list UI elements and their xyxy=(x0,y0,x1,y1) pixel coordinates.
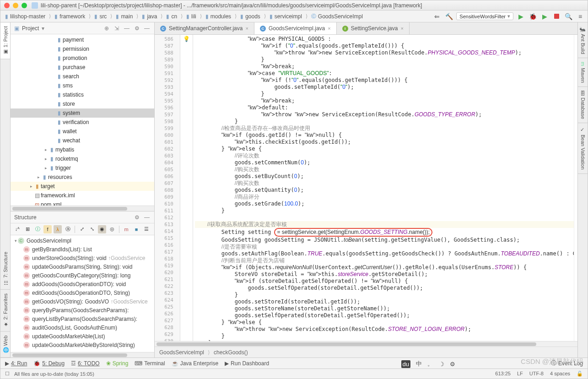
ant-tool-tab[interactable]: 🐜Ant Build xyxy=(578,22,588,58)
status-sidebar-icon[interactable]: ☐ xyxy=(5,371,10,377)
minimize-window-icon[interactable] xyxy=(13,3,18,8)
web-tool-tab[interactable]: 🌐Web xyxy=(0,332,10,357)
breadcrumb-item[interactable]: ▮java xyxy=(140,13,164,20)
tree-row[interactable]: ▸▮ rocketmq xyxy=(11,154,154,163)
caret-position[interactable]: 613:25 xyxy=(495,371,511,377)
tree-row[interactable]: ▸▮ resources xyxy=(11,173,154,182)
sort-visibility-button[interactable]: ⊞ xyxy=(23,225,32,233)
tree-row[interactable]: ▮ verification xyxy=(11,118,154,127)
show-fields-button[interactable]: f xyxy=(43,225,52,233)
tree-row[interactable]: ▮ payment xyxy=(11,35,154,44)
gear-icon[interactable]: ⚙ xyxy=(133,25,140,32)
debug-icon[interactable]: 🐞 xyxy=(528,12,537,21)
breadcrumb-class[interactable]: GoodsServiceImpl xyxy=(159,349,204,356)
structure-method-row[interactable]: maddGoods(GoodsOperationDTO): void xyxy=(11,280,154,288)
readonly-lock-icon[interactable]: 🔓 xyxy=(577,371,583,377)
run-dashboard-button[interactable]: ▶ Run Dashboard xyxy=(225,360,269,367)
editor-tab[interactable]: CSettingManagerController.java× xyxy=(155,22,254,34)
breadcrumb-item[interactable]: ▮lilishop-master xyxy=(3,13,53,20)
tree-row[interactable]: ▮ sms xyxy=(11,81,154,90)
filter-m-button[interactable]: m xyxy=(122,225,130,233)
breadcrumb-item[interactable]: ▮framework xyxy=(53,13,92,20)
tree-row[interactable]: ▮ statistics xyxy=(11,90,154,99)
breadcrumb-item[interactable]: ▮modules xyxy=(204,13,238,20)
project-hscroll[interactable] xyxy=(11,206,154,211)
structure-method-row[interactable]: mgetGoodsCountByCategory(String): long xyxy=(11,271,154,280)
bean-validation-tab[interactable]: ✓Bean Validation xyxy=(578,123,588,173)
file-encoding[interactable]: UTF-8 xyxy=(529,371,544,377)
structure-method-row[interactable]: mupdateGoodsParams(String, String): void xyxy=(11,262,154,271)
run-coverage-icon[interactable]: ▶ xyxy=(540,12,549,21)
project-dropdown-icon[interactable]: ▾ xyxy=(42,25,44,32)
ime-gear-icon[interactable]: ⚙ xyxy=(450,361,455,368)
expand-icon[interactable]: ⇲ xyxy=(113,25,120,32)
editor-tab[interactable]: ISettingService.java× xyxy=(337,22,410,34)
todo-tool-button[interactable]: ☲ 6: TODO xyxy=(71,360,100,367)
structure-method-row[interactable]: meditGoods(GoodsOperationDTO, String) xyxy=(11,288,154,297)
collapse-icon[interactable]: — xyxy=(123,25,130,32)
maximize-window-icon[interactable] xyxy=(22,3,27,8)
structure-method-row[interactable]: mgetByBrandIds(List): List xyxy=(11,245,154,254)
debug-tool-button[interactable]: 🐞 5: Debug xyxy=(33,360,65,367)
structure-method-row[interactable]: mupdateGoodsMarketAbleByStoreId(String) xyxy=(11,341,154,349)
database-tool-tab[interactable]: 🗄Database xyxy=(578,87,588,123)
ime-lang[interactable]: 中 xyxy=(416,360,422,368)
structure-list[interactable]: ▾CGoodsServiceImpl mgetByBrandIds(List):… xyxy=(11,235,154,352)
build-icon[interactable]: 🔨 xyxy=(444,12,453,21)
structure-method-row[interactable]: mgetGoodsVO(String): GoodsVO ↑GoodsServi… xyxy=(11,297,154,306)
tree-row[interactable]: ▮ search xyxy=(11,72,154,81)
structure-class-row[interactable]: ▾CGoodsServiceImpl xyxy=(11,236,154,245)
search-icon[interactable]: 🔍 xyxy=(564,12,573,21)
project-tree[interactable]: ▮ payment▮ permission▮ promotion▮ purcha… xyxy=(11,34,154,206)
breadcrumb-item[interactable]: ▮goods xyxy=(238,13,268,20)
hide-pane-icon[interactable]: — xyxy=(143,25,151,32)
tree-row[interactable]: ▮ promotion xyxy=(11,54,154,63)
show-inherited-button[interactable]: Ⓘ xyxy=(33,225,42,233)
maven-tool-tab[interactable]: mMaven xyxy=(578,58,588,87)
breadcrumb-item[interactable]: ▮lili xyxy=(184,13,204,20)
tree-row[interactable]: ▮ wallet xyxy=(11,127,154,136)
indent-setting[interactable]: 4 spaces xyxy=(550,371,570,377)
tree-row[interactable]: ▮ system xyxy=(11,108,154,118)
tree-row[interactable]: ▮ wechat xyxy=(11,136,154,145)
tree-row[interactable]: ▸▮ trigger xyxy=(11,163,154,173)
structure-tool-tab[interactable]: ☷7: Structure xyxy=(0,248,10,290)
favorites-tool-tab[interactable]: ★2: Favorites xyxy=(0,290,10,331)
tree-row[interactable]: ▸▮ mybatis xyxy=(11,145,154,154)
close-tab-icon[interactable]: × xyxy=(245,26,248,31)
javaee-tool-button[interactable]: ☕ Java Enterprise xyxy=(172,360,218,367)
run-icon[interactable]: ▶ xyxy=(516,12,525,21)
tree-row[interactable]: m pom.xml xyxy=(11,200,154,206)
breadcrumb-item[interactable]: ▮main xyxy=(114,13,140,20)
terminal-tool-button[interactable]: ⌨ Terminal xyxy=(135,360,165,367)
structure-gear-icon[interactable]: ⚙ xyxy=(133,214,140,221)
nav-back-icon[interactable]: ⇐ xyxy=(432,12,442,21)
ime-punct[interactable]: 。 xyxy=(427,360,433,368)
tree-row[interactable]: ▸▮ target xyxy=(11,182,154,191)
editor-tab[interactable]: CGoodsServiceImpl.java× xyxy=(254,22,337,34)
run-configuration-select[interactable]: SensitiveWordsFilter ▾ xyxy=(456,12,513,20)
ime-moon-icon[interactable]: ☽ xyxy=(439,361,444,368)
ime-widget[interactable]: du 中 。 ☽ ⚙ xyxy=(397,358,460,370)
tree-row[interactable]: ▤ framework.iml xyxy=(11,191,154,200)
event-log-button[interactable]: ⓘ Event Log xyxy=(551,359,583,367)
structure-hscroll[interactable] xyxy=(11,352,154,357)
filter-misc-button[interactable]: ☰ xyxy=(142,225,151,233)
structure-method-row[interactable]: mqueryListByParams(GoodsSearchParams): xyxy=(11,314,154,323)
structure-method-row[interactable]: mupdateGoodsMarketAble(List) xyxy=(11,332,154,341)
sort-alpha-button[interactable]: ↓ᴬ xyxy=(13,225,22,233)
line-separator[interactable]: LF xyxy=(517,371,523,377)
structure-hide-icon[interactable]: — xyxy=(143,214,151,221)
run-tool-button[interactable]: ▶ 4: Run xyxy=(5,360,27,367)
ime-icon[interactable]: du xyxy=(401,360,410,368)
tree-row[interactable]: ▮ store xyxy=(11,99,154,108)
close-tab-icon[interactable]: × xyxy=(328,26,330,31)
breadcrumb-item[interactable]: ▮serviceimpl xyxy=(268,13,309,20)
structure-method-row[interactable]: mqueryByParams(GoodsSearchParams): xyxy=(11,306,154,314)
filter-fld-button[interactable]: ■ xyxy=(132,225,140,233)
breadcrumb-item[interactable]: ⒸGoodsServiceImpl xyxy=(309,13,368,20)
show-lambdas-button[interactable]: λ xyxy=(54,225,62,233)
close-tab-icon[interactable]: × xyxy=(400,26,403,31)
project-tool-tab[interactable]: ▣1: Project xyxy=(0,22,10,59)
autoscroll-source-button[interactable]: ◉ xyxy=(98,225,106,233)
